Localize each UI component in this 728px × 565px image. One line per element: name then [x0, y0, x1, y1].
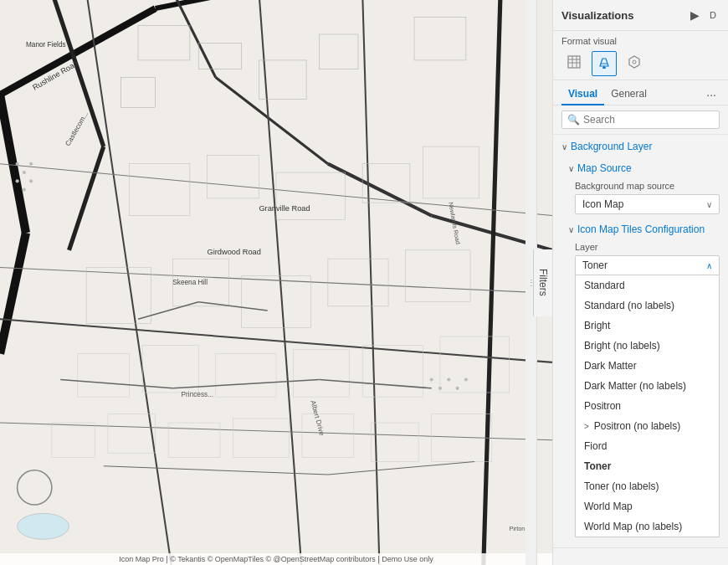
svg-text:Pirton: Pirton [509, 525, 525, 532]
tiles-config-title: Icon Map Tiles Configuration [577, 223, 705, 235]
layer-option-positron-no-labels-label: Positron (no labels) [594, 420, 680, 432]
format-visual-label: Format visual [561, 36, 720, 46]
svg-text:Skeena Hill: Skeena Hill [172, 279, 208, 286]
layer-option-bright-no-labels-label: Bright (no labels) [584, 340, 660, 352]
background-layer-content: ∨ Map Source Background map source Icon … [553, 158, 728, 547]
right-panel: Visualizations ▶ D Format visual [552, 0, 728, 565]
map-source-header[interactable]: ∨ Map Source [568, 158, 720, 177]
search-bar: 🔍 [553, 105, 728, 135]
map-source-dropdown-value: Icon Map [582, 198, 623, 210]
format-visual-bar: Format visual [553, 31, 728, 80]
positron-no-labels-chevron-icon: > [584, 422, 589, 431]
filters-tab[interactable]: Filters [533, 249, 552, 316]
svg-point-67 [456, 387, 459, 390]
layer-option-standard-no-labels[interactable]: Standard (no labels) [576, 295, 719, 316]
tiles-config-content: Layer Toner ∧ Standard Standard (no labe… [568, 239, 720, 541]
svg-point-63 [29, 179, 33, 182]
svg-point-62 [23, 188, 26, 192]
svg-text:Girdwood Road: Girdwood Road [208, 248, 261, 256]
tabs-more-button[interactable]: ··· [703, 86, 720, 103]
tiles-config-subsection: ∨ Icon Map Tiles Configuration Layer Ton… [568, 219, 720, 541]
layer-options-list: Standard Standard (no labels) Bright Bri… [575, 275, 720, 537]
map-source-content: Background map source Icon Map ∨ [568, 177, 720, 219]
layer-option-world-map-label: World Map [584, 501, 633, 512]
format-icons-row [561, 51, 720, 76]
layer-option-fiord-label: Fiord [584, 440, 607, 452]
svg-text:Manor Fields: Manor Fields [26, 41, 66, 49]
tab-visual[interactable]: Visual [561, 84, 604, 105]
layer-dropdown[interactable]: Toner ∧ [575, 255, 720, 275]
background-layer-section: ∨ Background Layer ∨ Map Source Backgrou… [553, 135, 728, 548]
layer-option-toner[interactable]: Toner [576, 456, 719, 476]
svg-text:Granville Road: Granville Road [259, 204, 310, 213]
layer-option-fiord[interactable]: Fiord [576, 436, 719, 456]
layer-option-standard-no-labels-label: Standard (no labels) [584, 300, 674, 311]
layer-option-bright[interactable]: Bright [576, 316, 719, 336]
layer-field-label: Layer [575, 242, 720, 252]
svg-point-60 [29, 162, 33, 166]
layer-option-bright-no-labels[interactable]: Bright (no labels) [576, 336, 719, 356]
format-analytics-button[interactable] [622, 51, 647, 76]
search-input[interactable] [583, 114, 714, 126]
search-input-wrapper[interactable]: 🔍 [561, 110, 720, 129]
tabs-bar: Visual General ··· [553, 80, 728, 105]
layer-option-world-map[interactable]: World Map [576, 496, 719, 516]
layer-option-bright-label: Bright [584, 320, 610, 331]
svg-rect-78 [568, 56, 580, 68]
layer-option-standard[interactable]: Standard [576, 275, 719, 295]
background-layer-title: Background Layer [571, 141, 652, 152]
layer-option-dark-matter[interactable]: Dark Matter [576, 356, 719, 376]
svg-rect-85 [602, 67, 606, 69]
filters-tab-label: Filters [537, 269, 549, 296]
svg-point-57 [18, 513, 69, 539]
layer-option-positron[interactable]: Positron [576, 396, 719, 416]
svg-point-68 [464, 378, 468, 381]
map-area: Rushline Road Granville Road Girdwood Ro… [0, 0, 552, 565]
map-source-field-label: Background map source [575, 181, 720, 191]
svg-point-59 [23, 171, 26, 174]
layer-option-dark-matter-label: Dark Matter [584, 360, 637, 372]
svg-marker-86 [629, 56, 639, 68]
svg-text:Princess...: Princess... [182, 391, 214, 398]
layer-option-toner-no-labels-label: Toner (no labels) [584, 480, 659, 492]
search-icon: 🔍 [567, 114, 580, 126]
background-layer-header[interactable]: ∨ Background Layer [553, 135, 728, 158]
map-source-dropdown-arrow-icon: ∨ [706, 200, 712, 209]
map-attribution: Icon Map Pro | © Tekantis © OpenMapTiles… [0, 553, 552, 565]
panel-title: Visualizations [561, 9, 633, 22]
layer-dropdown-value: Toner [582, 259, 608, 271]
tiles-config-chevron-icon: ∨ [568, 225, 574, 234]
layer-option-world-map-no-labels-label: World Map (no labels) [584, 521, 682, 532]
layer-option-positron-label: Positron [584, 400, 621, 412]
svg-point-64 [430, 378, 433, 381]
map-source-title: Map Source [577, 162, 632, 174]
background-layer-chevron-icon: ∨ [561, 142, 567, 152]
svg-point-66 [447, 378, 450, 381]
panel-header: Visualizations ▶ D [553, 0, 728, 31]
layer-option-positron-no-labels[interactable]: > Positron (no labels) [576, 416, 719, 436]
svg-point-58 [16, 162, 19, 166]
layer-option-toner-no-labels[interactable]: Toner (no labels) [576, 476, 719, 496]
panel-expand-button[interactable]: ▶ [687, 7, 703, 23]
svg-point-87 [633, 60, 636, 64]
table-icon [567, 55, 581, 69]
tiles-config-header[interactable]: ∨ Icon Map Tiles Configuration [568, 219, 720, 239]
svg-point-65 [438, 387, 442, 390]
layer-dropdown-arrow-icon: ∧ [706, 261, 712, 270]
layer-option-world-map-no-labels[interactable]: World Map (no labels) [576, 516, 719, 537]
format-paint-button[interactable] [592, 51, 617, 76]
panel-header-icons: ▶ D [687, 7, 720, 23]
layer-option-dark-matter-no-labels-label: Dark Matter (no labels) [584, 380, 686, 392]
paint-icon [597, 55, 611, 69]
format-table-button[interactable] [561, 51, 587, 76]
layer-option-toner-label: Toner [584, 460, 611, 472]
panel-menu-button[interactable]: D [706, 8, 720, 22]
map-source-dropdown[interactable]: Icon Map ∨ [575, 194, 720, 214]
analytics-icon [628, 55, 641, 69]
layer-option-standard-label: Standard [584, 280, 625, 291]
map-source-chevron-icon: ∨ [568, 164, 574, 173]
svg-point-61 [16, 179, 19, 182]
map-source-subsection: ∨ Map Source Background map source Icon … [568, 158, 720, 219]
tab-general[interactable]: General [604, 84, 654, 105]
layer-option-dark-matter-no-labels[interactable]: Dark Matter (no labels) [576, 376, 719, 396]
